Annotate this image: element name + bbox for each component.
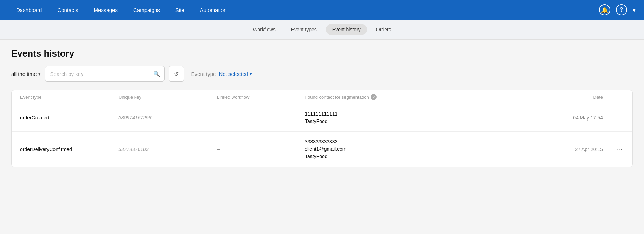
header-unique-key: Unique key [118,94,217,100]
cell-date: 27 Apr 20:15 [540,147,603,152]
subnav-workflows[interactable]: Workflows [246,24,282,35]
event-type-value: Not selected [219,71,248,77]
nav-messages[interactable]: Messages [86,0,125,20]
search-icon: 🔍 [153,71,160,77]
help-icon: ? [620,7,623,13]
cell-linked-workflow: – [217,115,305,121]
help-icon-button[interactable]: ? [616,4,627,15]
time-filter[interactable]: all the time ▾ [11,71,41,77]
events-table: Event type Unique key Linked workflow Fo… [11,90,633,167]
nav-contacts[interactable]: Contacts [50,0,86,20]
subnav-event-history[interactable]: Event history [326,24,367,35]
nav-right: 🔔 ? ▾ [599,4,636,15]
search-input[interactable] [45,66,165,82]
event-type-filter: Event type Not selected ▾ [191,71,252,77]
table-row: orderCreated 380974167296 – 111111111111… [12,104,632,132]
help-circle-icon[interactable]: ? [371,94,377,100]
cell-contact: 333333333333 client1@gmail.com TastyFood [305,138,540,160]
page-title: Events history [11,48,633,59]
cell-actions: ··· [603,144,624,154]
table-row: orderDeliveryConfirmed 33778376103 – 333… [12,132,632,167]
cell-actions: ··· [603,113,624,123]
top-navigation: Dashboard Contacts Messages Campaigns Si… [0,0,644,20]
header-found-contact: Found contact for segmentation ? [305,94,540,100]
nav-site[interactable]: Site [168,0,192,20]
more-actions-button[interactable]: ··· [615,144,624,154]
sub-navigation: Workflows Event types Event history Orde… [0,20,644,40]
header-date: Date [540,94,603,100]
refresh-icon: ↺ [174,71,179,77]
event-type-filter-label: Event type [191,71,216,77]
header-event-type: Event type [20,94,118,100]
page-content: Events history all the time ▾ 🔍 ↺ Event … [0,40,644,175]
bell-icon: 🔔 [601,7,608,13]
table-header: Event type Unique key Linked workflow Fo… [12,90,632,104]
time-filter-chevron-icon: ▾ [38,71,41,77]
cell-date: 04 May 17:54 [540,115,603,121]
cell-unique-key: 33778376103 [118,147,217,152]
bell-icon-button[interactable]: 🔔 [599,4,610,15]
search-wrapper: 🔍 [45,66,165,82]
header-actions [603,94,624,100]
cell-contact: 111111111111 TastyFood [305,110,540,125]
more-actions-button[interactable]: ··· [615,113,624,123]
account-chevron-icon[interactable]: ▾ [633,7,636,13]
event-type-chevron-icon: ▾ [250,71,252,77]
cell-event-type: orderDeliveryConfirmed [20,147,118,152]
event-type-dropdown[interactable]: Not selected ▾ [219,71,252,77]
cell-unique-key: 380974167296 [118,115,217,121]
subnav-event-types[interactable]: Event types [285,24,323,35]
nav-campaigns[interactable]: Campaigns [125,0,168,20]
cell-linked-workflow: – [217,146,305,152]
refresh-button[interactable]: ↺ [169,66,184,82]
subnav-orders[interactable]: Orders [370,24,398,35]
header-linked-workflow: Linked workflow [217,94,305,100]
time-filter-label: all the time [11,71,37,77]
nav-automation[interactable]: Automation [192,0,234,20]
cell-event-type: orderCreated [20,115,118,121]
nav-links: Dashboard Contacts Messages Campaigns Si… [8,0,599,20]
filters-row: all the time ▾ 🔍 ↺ Event type Not select… [11,66,633,82]
nav-dashboard[interactable]: Dashboard [8,0,50,20]
